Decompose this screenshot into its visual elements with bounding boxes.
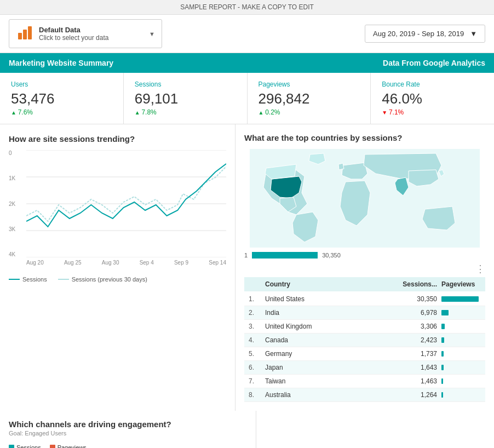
table-row: 7. Taiwan 1,463 bbox=[244, 375, 485, 388]
metric-pageviews: Pageviews 296,842 0.2% bbox=[248, 73, 371, 124]
svg-rect-2 bbox=[28, 26, 32, 39]
section-header: Marketing Website Summary Data From Goog… bbox=[0, 53, 494, 73]
bottom-row: Which channels are driving engagement? G… bbox=[0, 411, 494, 448]
metric-bounce-rate-change: 7.1% bbox=[382, 108, 483, 116]
metric-users-change: 7.6% bbox=[11, 108, 112, 116]
country-panel: What are the top countries by sessions? bbox=[235, 124, 494, 411]
table-row: 6. Japan 1,643 bbox=[244, 361, 485, 375]
table-row: 5. Germany 1,737 bbox=[244, 347, 485, 361]
down-arrow-icon bbox=[382, 108, 389, 116]
country-table-body: 1. United States 30,350 2. India 6,978 3… bbox=[244, 292, 485, 402]
metric-users-label: Users bbox=[11, 81, 112, 88]
pageviews-bar bbox=[441, 310, 449, 315]
data-selector-text: Default Data Click to select your data bbox=[39, 26, 149, 42]
svg-rect-1 bbox=[23, 30, 27, 39]
pageviews-bar bbox=[441, 365, 444, 370]
table-row: 3. United Kingdom 3,306 bbox=[244, 320, 485, 334]
legend-prev-sessions: Sessions (previous 30 days) bbox=[58, 276, 147, 283]
col-header-pageviews: Pageviews bbox=[437, 280, 481, 288]
channel-legend: Sessions Pageviews bbox=[9, 444, 247, 448]
sessions-color-icon bbox=[9, 445, 14, 448]
channel-panel-title: Which channels are driving engagement? bbox=[9, 420, 247, 429]
chart-legend: Sessions Sessions (previous 30 days) bbox=[9, 276, 226, 283]
prev-sessions-line-icon bbox=[58, 279, 69, 280]
metric-users-value: 53,476 bbox=[11, 90, 112, 107]
svg-rect-0 bbox=[18, 33, 22, 39]
pageviews-bar bbox=[441, 392, 443, 398]
data-source-selector[interactable]: Default Data Click to select your data ▼ bbox=[9, 19, 162, 48]
col-header-sessions: Sessions... bbox=[393, 280, 437, 288]
top-bar: SAMPLE REPORT - MAKE A COPY TO EDIT bbox=[0, 0, 494, 15]
options-menu-button[interactable]: ⋮ bbox=[244, 263, 485, 275]
metric-bounce-rate-value: 46.0% bbox=[382, 90, 483, 107]
table-row: 4. Canada 2,423 bbox=[244, 334, 485, 347]
legend-sessions-bar: Sessions bbox=[9, 444, 41, 448]
legend-pageviews-bar: Pageviews bbox=[50, 444, 87, 448]
section-title: Marketing Website Summary bbox=[9, 59, 113, 67]
pageviews-bar bbox=[441, 296, 479, 302]
metric-sessions-value: 69,101 bbox=[135, 90, 236, 107]
legend-sessions: Sessions bbox=[9, 276, 47, 283]
metric-sessions-label: Sessions bbox=[135, 81, 236, 88]
pageviews-bar bbox=[441, 351, 444, 357]
data-source-subtitle: Click to select your data bbox=[39, 34, 149, 42]
data-source-arrow: ▼ bbox=[149, 31, 155, 37]
line-chart: 4K 3K 2K 1K 0 bbox=[9, 150, 226, 271]
session-trend-panel: How are site sessions trending? 4K 3K 2K… bbox=[0, 124, 235, 411]
up-arrow-icon bbox=[135, 108, 142, 116]
pageviews-bar bbox=[441, 378, 443, 384]
metric-sessions: Sessions 69,101 7.8% bbox=[124, 73, 248, 124]
date-range-arrow: ▼ bbox=[470, 30, 477, 38]
metric-sessions-change: 7.8% bbox=[135, 108, 236, 116]
header: Default Data Click to select your data ▼… bbox=[0, 15, 494, 53]
metric-users: Users 53,476 7.6% bbox=[0, 73, 124, 124]
date-range-selector[interactable]: Aug 20, 2019 - Sep 18, 2019 ▼ bbox=[365, 25, 485, 43]
map-scale: 1 30,350 bbox=[244, 252, 485, 259]
x-axis-labels: Aug 20 Aug 25 Aug 30 Sep 4 Sep 9 Sep 14 bbox=[26, 260, 226, 271]
y-axis-labels: 4K 3K 2K 1K 0 bbox=[9, 150, 24, 257]
section-source: Data From Google Analytics bbox=[383, 59, 485, 67]
pageviews-color-icon bbox=[50, 445, 55, 448]
charts-row: How are site sessions trending? 4K 3K 2K… bbox=[0, 124, 494, 411]
country-table-header: Country Sessions... Pageviews bbox=[244, 277, 485, 291]
metric-bounce-rate-label: Bounce Rate bbox=[382, 81, 483, 88]
channel-panel: Which channels are driving engagement? G… bbox=[0, 411, 256, 448]
scale-bar bbox=[252, 252, 318, 259]
up-arrow-icon bbox=[11, 108, 18, 116]
sessions-line-icon bbox=[9, 279, 20, 280]
metric-pageviews-change: 0.2% bbox=[259, 108, 360, 116]
country-table: Country Sessions... Pageviews 1. United … bbox=[244, 277, 485, 402]
metric-pageviews-label: Pageviews bbox=[259, 81, 360, 88]
table-row: 8. Australia 1,264 bbox=[244, 388, 485, 402]
table-row: 1. United States 30,350 bbox=[244, 292, 485, 306]
line-chart-area bbox=[26, 150, 226, 257]
date-range-label: Aug 20, 2019 - Sep 18, 2019 bbox=[373, 30, 464, 38]
top-bar-label: SAMPLE REPORT - MAKE A COPY TO EDIT bbox=[180, 3, 314, 11]
world-map bbox=[244, 149, 485, 248]
up-arrow-icon bbox=[259, 108, 266, 116]
session-chart-title: How are site sessions trending? bbox=[9, 134, 226, 143]
metric-bounce-rate: Bounce Rate 46.0% 7.1% bbox=[371, 73, 494, 124]
country-chart-title: What are the top countries by sessions? bbox=[244, 133, 485, 142]
pageviews-bar bbox=[441, 324, 445, 329]
pageviews-bar bbox=[441, 337, 444, 343]
metric-pageviews-value: 296,842 bbox=[259, 90, 360, 107]
col-header-country: Country bbox=[265, 280, 393, 288]
channel-panel-subtitle: Goal: Engaged Users bbox=[9, 430, 247, 436]
table-row: 2. India 6,978 bbox=[244, 306, 485, 320]
chart-icon bbox=[16, 24, 33, 43]
data-source-title: Default Data bbox=[39, 26, 149, 34]
right-placeholder bbox=[256, 411, 495, 448]
metrics-row: Users 53,476 7.6% Sessions 69,101 7.8% P… bbox=[0, 73, 494, 124]
